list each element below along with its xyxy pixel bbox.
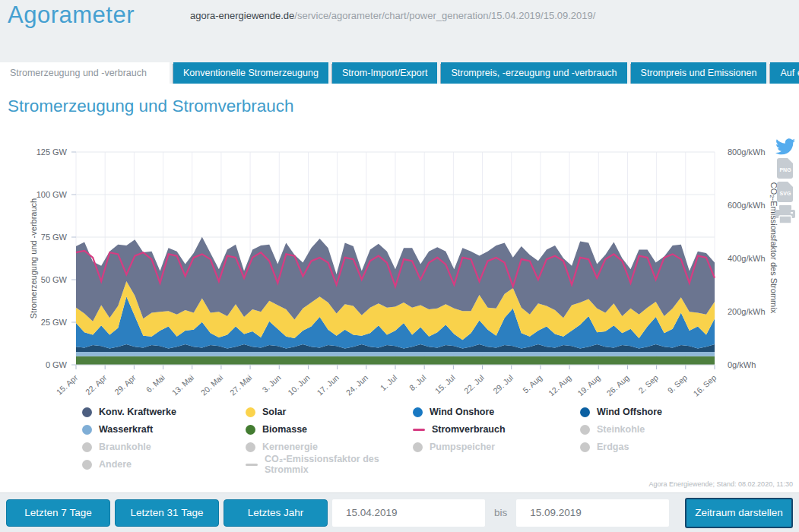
legend-dot-marker-icon [246,425,255,435]
legend-item-konv-kraftwerke[interactable]: Konv. Kraftwerke [82,406,246,418]
y-right-tick-label: 0g/kWh [728,360,756,369]
last-year-button[interactable]: Letztes Jahr [224,499,328,527]
legend-dot-marker-icon [82,442,92,452]
legend-dot-marker-icon [82,425,92,435]
x-tick-label: 26. Aug [604,372,631,397]
legend-label: Braunkohle [99,442,151,452]
legend-label: Wasserkraft [99,424,153,435]
legend-label: Biomasse [262,424,307,435]
date-to-input[interactable] [516,499,669,527]
x-tick-label: 20. Mai [199,373,225,397]
x-tick-label: 29. Jul [491,373,515,396]
legend-label: Steinkohle [597,424,645,435]
export-icon-column: PNG SVG [774,138,797,223]
legend-dot-marker-icon [246,407,255,417]
twitter-share-icon[interactable] [775,138,795,155]
legend-label: Wind Onshore [430,407,494,417]
legend-dot-marker-icon [580,425,590,435]
legend-dot-marker-icon [580,442,590,452]
legend-label: Erdgas [597,442,629,452]
source-note: Agora Energiewende; Stand: 08.02.2020, 1… [649,480,793,488]
tab-strompreis-erzeugung-und-verbrauch[interactable]: Strompreis, -erzeugung und -verbrauch [441,62,626,84]
x-tick-label: 6. Mai [144,373,166,394]
x-tick-label: 17. Jun [315,372,341,397]
legend-dot-marker-icon [580,407,590,417]
legend-dot-marker-icon [82,407,92,417]
main-content: Stromerzeugung und Stromverbrauch 15. Ap… [0,84,799,492]
breadcrumb: agora-energiewende.de/service/agorameter… [190,10,595,21]
legend-item-braunkohle[interactable]: Braunkohle [82,441,246,453]
x-tick-label: 12. Aug [547,372,573,397]
last-7-days-button[interactable]: Letzten 7 Tage [6,499,110,527]
legend-label: Pumpspeicher [430,442,495,452]
svg-download-icon[interactable]: SVG [777,182,794,202]
legend-item-biomasse[interactable]: Biomasse [246,423,413,435]
y-right-tick-label: 600g/kWh [728,201,766,210]
app-logo: Agorameter [8,2,135,29]
x-tick-label: 15. Jul [433,373,457,396]
svg-text:SVG: SVG [779,191,791,196]
power-generation-chart: 15. Apr22. Apr29. Apr6. Mai13. Mai20. Ma… [0,134,799,401]
page-title: Stromerzeugung und Stromverbrauch [8,97,293,116]
print-icon[interactable] [775,205,795,223]
legend-dot-marker-icon [413,407,423,417]
tab-konventionelle-stromerzeugung[interactable]: Konventionelle Stromerzeugung [173,62,328,84]
legend-item-wasserkraft[interactable]: Wasserkraft [82,423,246,435]
y-right-tick-label: 800g/kWh [728,147,766,157]
legend-item-andere[interactable]: Andere [82,458,246,470]
y-left-tick-label: 0 GW [46,360,68,369]
last-31-days-button[interactable]: Letzten 31 Tage [115,499,219,527]
x-tick-label: 29. Apr [113,372,138,397]
tab-auf-einen-blick[interactable]: Auf einen Blick [770,62,799,84]
png-download-icon[interactable]: PNG [777,158,794,179]
y-left-axis-title: Stromerzeugung und -verbrauch [29,198,38,318]
breadcrumb-host: agora-energiewende.de [190,10,294,21]
y-left-tick-label: 25 GW [41,318,68,327]
legend-item-erdgas[interactable]: Erdgas [580,441,791,453]
breadcrumb-path: /service/agorameter/chart/power_generati… [294,10,595,21]
x-tick-label: 16. Sep [691,372,718,397]
legend-item-stromverbrauch[interactable]: Stromverbrauch [413,423,580,435]
legend-label: Konv. Kraftwerke [99,407,176,417]
date-range-bar: Letzten 7 Tage Letzten 31 Tage Letztes J… [0,492,799,532]
x-tick-label: 22. Jul [462,373,486,396]
legend-item-co-emissionsfaktor-des-strommix[interactable]: CO₂-Emissionsfaktor des Strommix [246,458,413,470]
legend-label: Wind Offshore [597,407,662,417]
tab-strom-import-export[interactable]: Strom-Import/Export [332,62,438,84]
tab-stromerzeugung-und-verbrauch[interactable]: Stromerzeugung und -verbrauch [0,62,170,84]
legend-line-marker-icon [413,429,425,431]
legend-item-pumpspeicher[interactable]: Pumpspeicher [413,441,580,453]
legend-label: CO₂-Emissionsfaktor des Strommix [265,454,413,475]
header: Agorameter agora-energiewende.de/service… [0,0,799,62]
legend-label: Solar [262,407,286,417]
date-from-input[interactable] [332,499,485,527]
y-left-tick-label: 125 GW [36,147,68,157]
x-tick-label: 8. Jul [407,373,428,393]
x-tick-label: 1. Jul [379,373,399,393]
x-tick-label: 9. Sep [666,372,690,394]
y-left-tick-label: 50 GW [41,275,68,284]
svg-text:PNG: PNG [779,167,791,173]
y-left-tick-label: 75 GW [41,233,68,242]
chart-legend: Konv. KraftwerkeSolarWind OnshoreWind Of… [82,406,791,470]
y-right-tick-label: 400g/kWh [728,254,766,263]
tab-bar: Stromerzeugung und -verbrauchKonventione… [0,62,799,84]
x-tick-label: 13. Mai [170,373,195,397]
legend-label: Kernenergie [262,442,318,452]
x-tick-label: 5. Aug [521,372,544,394]
show-period-button[interactable]: Zeitraum darstellen [685,498,793,528]
y-left-tick-label: 100 GW [36,190,68,199]
legend-item-wind-onshore[interactable]: Wind Onshore [413,406,580,418]
legend-item-solar[interactable]: Solar [246,406,413,418]
x-tick-label: 22. Apr [84,372,109,397]
x-tick-label: 3. Jun [260,372,282,394]
legend-label: Andere [99,459,132,470]
legend-item-wind-offshore[interactable]: Wind Offshore [580,406,791,418]
legend-item-steinkohle[interactable]: Steinkohle [580,423,791,435]
legend-label: Stromverbrauch [432,424,506,435]
tab-strompreis-und-emissionen[interactable]: Strompreis und Emissionen [631,62,767,84]
legend-item-kernenergie[interactable]: Kernenergie [246,441,413,453]
area-wasserkraft [76,352,715,356]
x-tick-label: 27. Mai [228,373,254,397]
legend-dot-marker-icon [413,442,423,452]
